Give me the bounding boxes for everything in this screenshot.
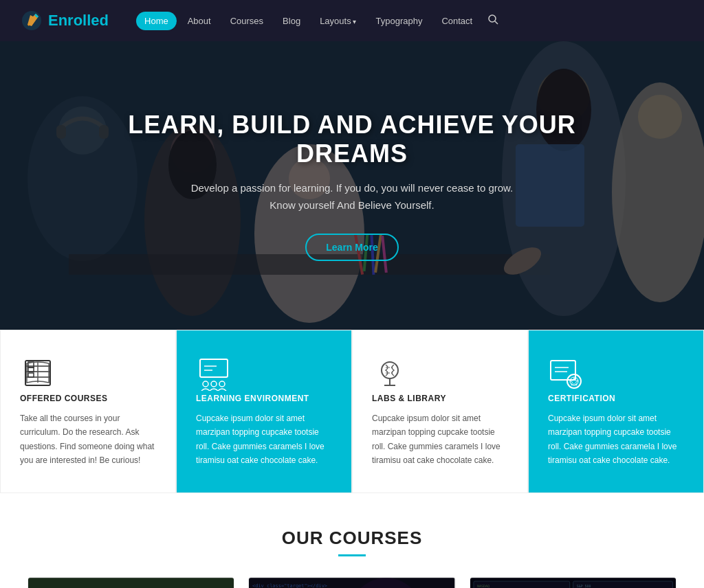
- feature-title-labs-library: LABS & LIBRARY: [372, 394, 508, 403]
- feature-desc-certification: Cupcake ipsum dolor sit amet marzipan to…: [548, 411, 684, 468]
- hero-subtitle: Develop a passion for learning. If you d…: [118, 179, 586, 214]
- hero-content: LEARN, BUILD AND ACHIEVE YOUR DREAMS Dev…: [91, 111, 613, 261]
- hero-title: LEARN, BUILD AND ACHIEVE YOUR DREAMS: [118, 111, 586, 168]
- courses-section-title: OUR COURSES: [28, 528, 676, 549]
- feature-title-certification: CERTIFICATION: [548, 394, 684, 403]
- features-section: OFFERED COURSES Take all the courses in …: [0, 330, 704, 493]
- search-icon[interactable]: [483, 10, 503, 32]
- nav-courses[interactable]: Courses: [222, 12, 272, 30]
- feature-desc-learning-environment: Cupcake ipsum dolor sit amet marzipan to…: [196, 411, 332, 468]
- svg-rect-46: [551, 361, 575, 380]
- book-icon: [20, 355, 56, 391]
- feature-desc-offered-courses: Take all the courses in your curriculum.…: [20, 411, 156, 468]
- learn-more-button[interactable]: Learn More: [305, 234, 398, 261]
- course-thumbnail-3: NASDAQ S&P 500 FOREX CRYPTO: [470, 578, 676, 588]
- courses-grid: LOADED: [28, 577, 676, 588]
- svg-rect-33: [28, 373, 34, 377]
- feature-card-labs-library: LABS & LIBRARY Cupcake ipsum dolor sit a…: [352, 330, 528, 493]
- feature-card-certification: CERTIFICATION Cupcake ipsum dolor sit am…: [528, 330, 704, 493]
- logo[interactable]: Enrolled: [21, 10, 109, 32]
- feature-desc-labs-library: Cupcake ipsum dolor sit amet marzipan to…: [372, 411, 508, 468]
- svg-point-41: [382, 362, 398, 378]
- svg-text:S&P 500: S&P 500: [576, 584, 591, 588]
- svg-rect-51: [28, 578, 234, 588]
- svg-point-49: [567, 374, 581, 388]
- section-divider: [338, 554, 366, 556]
- feature-card-learning-environment: LEARNING ENVIRONMENT Cupcake ipsum dolor…: [176, 330, 352, 493]
- feature-card-offered-courses: OFFERED COURSES Take all the courses in …: [0, 330, 176, 493]
- svg-point-38: [219, 381, 225, 387]
- svg-point-1: [489, 15, 496, 22]
- svg-rect-35: [200, 359, 228, 377]
- svg-point-36: [203, 381, 208, 387]
- svg-rect-32: [28, 368, 34, 372]
- nav-blog[interactable]: Blog: [274, 12, 309, 30]
- certificate-icon: [548, 355, 584, 391]
- course-thumbnail-2: <div class="target"></div> function() { …: [249, 578, 454, 588]
- nav-contact[interactable]: Contact: [433, 12, 481, 30]
- svg-line-2: [495, 21, 498, 24]
- svg-point-37: [211, 381, 217, 387]
- course-card-1[interactable]: LOADED: [28, 577, 234, 588]
- course-card-2[interactable]: <div class="target"></div> function() { …: [248, 577, 455, 588]
- classroom-icon: [196, 355, 232, 391]
- nav-home[interactable]: Home: [136, 12, 177, 30]
- feature-title-offered-courses: OFFERED COURSES: [20, 394, 156, 403]
- nav-layouts[interactable]: Layouts: [311, 12, 364, 30]
- brand-name: Enrolled: [48, 12, 109, 30]
- nav-about[interactable]: About: [179, 12, 219, 30]
- navbar: Enrolled Home About Courses Blog Layouts…: [0, 0, 704, 41]
- feature-title-learning-environment: LEARNING ENVIRONMENT: [196, 394, 332, 403]
- logo-icon: [21, 10, 43, 32]
- course-card-3[interactable]: NASDAQ S&P 500 FOREX CRYPTO: [470, 577, 676, 588]
- svg-text:<div class="target"></div>: <div class="target"></div>: [252, 583, 327, 588]
- courses-section: OUR COURSES LOADED: [0, 493, 704, 588]
- svg-text:NASDAQ: NASDAQ: [477, 584, 490, 588]
- nav-typography[interactable]: Typography: [367, 12, 430, 30]
- hero-section: LEARN, BUILD AND ACHIEVE YOUR DREAMS Dev…: [0, 41, 704, 330]
- course-thumbnail-1: LOADED: [28, 578, 234, 588]
- nav-links: Home About Courses Blog Layouts Typograp…: [136, 10, 683, 32]
- lab-icon: [372, 355, 408, 391]
